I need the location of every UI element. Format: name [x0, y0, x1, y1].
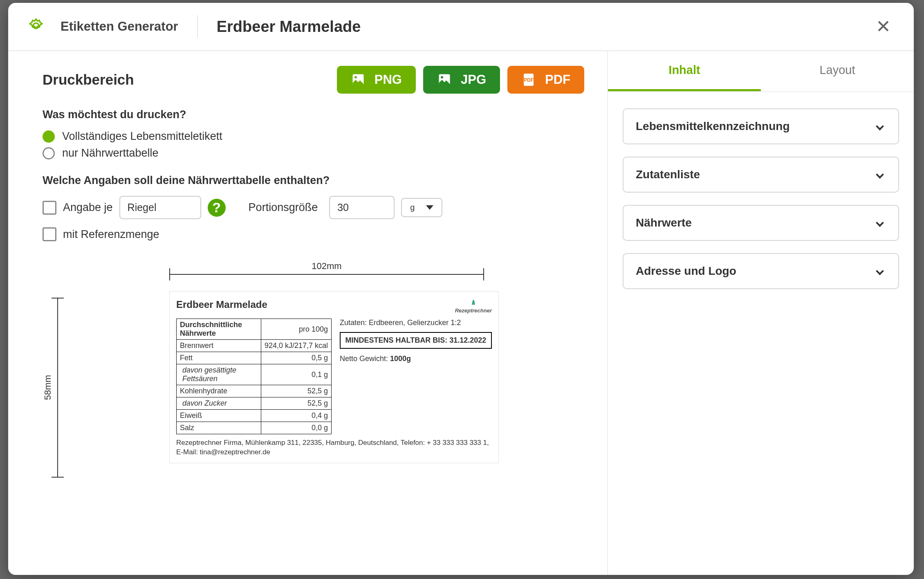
close-button[interactable]: ✕: [872, 14, 894, 39]
image-icon: [437, 72, 452, 87]
dialog-header: Etiketten Generator Erdbeer Marmelade ✕: [8, 3, 914, 51]
gear-target-icon: [28, 18, 44, 36]
accordion-item-0[interactable]: Lebensmittelkennzeichnung: [623, 108, 899, 144]
nutrition-header-right: pro 100g: [261, 319, 331, 340]
export-jpg-button[interactable]: JPG: [423, 66, 500, 94]
nutrition-value: 52,5 g: [261, 385, 331, 397]
export-png-label: PNG: [375, 72, 402, 87]
section-title: Druckbereich: [43, 72, 134, 88]
nutrition-key: davon gesättigte Fettsäuren: [177, 364, 261, 385]
question-what-to-print: Was möchtest du drucken?: [43, 108, 584, 121]
export-png-button[interactable]: PNG: [337, 66, 416, 94]
nutrition-key: Fett: [177, 352, 261, 364]
radio-dot-icon: [43, 147, 55, 159]
radio-only-table-text: nur Nährwerttabelle: [62, 147, 159, 159]
best-before-box: MINDESTENS HALTBAR BIS: 31.12.2022: [340, 332, 492, 349]
reference-label: mit Referenzmenge: [63, 228, 159, 241]
portion-size-input[interactable]: [329, 196, 395, 219]
radio-only-table[interactable]: nur Nährwerttabelle: [43, 147, 584, 159]
nutrition-row: Brennwert924,0 kJ/217,7 kcal: [177, 340, 332, 352]
label-right-block: Zutaten: Erdbeeren, Gelierzucker 1:2 MIN…: [340, 319, 492, 434]
nutrition-row: Kohlenhydrate52,5 g: [177, 385, 332, 397]
brand-title: Etiketten Generator: [61, 19, 178, 34]
radio-full-label-text: Vollständiges Lebensmitteletikett: [62, 130, 222, 143]
accordion-label: Zutatenliste: [636, 168, 700, 181]
accordion-label: Nährwerte: [636, 216, 692, 229]
label-title-row: Erdbeer Marmelade Rezeptrechner: [176, 299, 492, 314]
export-jpg-label: JPG: [461, 72, 486, 87]
chevron-down-icon: [876, 219, 884, 227]
svg-point-4: [441, 76, 443, 79]
nutrition-key: Kohlenhydrate: [177, 385, 261, 397]
reference-row: mit Referenzmenge: [43, 227, 584, 241]
tree-icon: [469, 299, 478, 306]
export-button-group: PNG JPG PDF PDF: [337, 66, 584, 94]
tab-inhalt[interactable]: Inhalt: [608, 51, 761, 91]
label-preview-card: Erdbeer Marmelade Rezeptrechner Durchsch…: [169, 291, 499, 463]
nutrition-key: Salz: [177, 422, 261, 434]
nutrition-row: davon gesättigte Fettsäuren0,1 g: [177, 364, 332, 385]
nutrition-key: davon Zucker: [177, 397, 261, 410]
svg-point-2: [354, 76, 357, 79]
pdf-icon: PDF: [521, 72, 536, 87]
help-icon[interactable]: ?: [208, 199, 226, 217]
export-pdf-button[interactable]: PDF PDF: [507, 66, 584, 94]
per-unit-input[interactable]: [119, 196, 201, 219]
nutrition-value: 0,4 g: [261, 410, 331, 422]
chevron-down-icon: [876, 267, 884, 275]
svg-text:PDF: PDF: [524, 77, 534, 83]
label-preview-area: 102mm 58mm Erdbeer Marmelade Rezeptrechn…: [43, 261, 584, 463]
vertical-divider: [197, 15, 198, 38]
per-unit-label: Angabe je: [63, 201, 113, 214]
radio-full-label[interactable]: Vollständiges Lebensmitteletikett: [43, 130, 584, 143]
image-icon: [351, 72, 366, 87]
accordion-label: Adresse und Logo: [636, 265, 736, 278]
chevron-down-icon: [876, 171, 884, 179]
section-title-row: Druckbereich PNG JPG: [43, 66, 584, 94]
nutrition-value: 0,1 g: [261, 364, 331, 385]
caret-down-icon: [426, 205, 433, 210]
per-unit-checkbox[interactable]: [43, 201, 56, 215]
portion-unit-value: g: [410, 203, 415, 212]
chevron-down-icon: [876, 122, 884, 130]
nutrition-row: davon Zucker52,5 g: [177, 397, 332, 410]
nutrition-row: Eiweiß0,4 g: [177, 410, 332, 422]
width-value: 102mm: [312, 261, 341, 271]
brand-mark: Rezeptrechner: [455, 299, 492, 314]
net-weight-value: 1000g: [390, 355, 411, 363]
net-weight-label: Netto Gewicht:: [340, 355, 390, 363]
ruler-line: [57, 298, 58, 478]
nutrition-table: Durchschnittliche Nährwerte pro 100g Bre…: [176, 319, 332, 434]
nutrition-key: Eiweiß: [177, 410, 261, 422]
accordion-label: Lebensmittelkennzeichnung: [636, 120, 790, 133]
accordion-item-3[interactable]: Adresse und Logo: [623, 253, 899, 289]
ruler-line: [169, 274, 484, 275]
right-column: Inhalt Layout LebensmittelkennzeichnungZ…: [607, 51, 914, 575]
print-scope-radio-group: Vollständiges Lebensmitteletikett nur Nä…: [43, 130, 584, 159]
question-table-contents: Welche Angaben soll deine Nährwerttabell…: [43, 174, 584, 187]
label-columns: Durchschnittliche Nährwerte pro 100g Bre…: [176, 319, 492, 434]
nutrition-header-left: Durchschnittliche Nährwerte: [177, 319, 261, 340]
portion-size-label: Portionsgröße: [249, 201, 318, 214]
radio-dot-icon: [43, 130, 55, 143]
nutrition-value: 52,5 g: [261, 397, 331, 410]
ingredients-text: Zutaten: Erdbeeren, Gelierzucker 1:2: [340, 319, 492, 327]
net-weight: Netto Gewicht: 1000g: [340, 355, 492, 363]
reference-checkbox[interactable]: [43, 227, 56, 241]
nutrition-value: 0,5 g: [261, 352, 331, 364]
nutrition-row: Salz0,0 g: [177, 422, 332, 434]
portion-unit-select[interactable]: g: [401, 198, 442, 217]
height-value: 58mm: [43, 375, 53, 400]
nutrition-row: Fett0,5 g: [177, 352, 332, 364]
export-pdf-label: PDF: [545, 72, 570, 87]
close-icon: ✕: [876, 16, 891, 36]
dialog-body: Druckbereich PNG JPG: [8, 51, 914, 575]
nutrition-value: 0,0 g: [261, 422, 331, 434]
recipe-title: Erdbeer Marmelade: [217, 18, 361, 36]
left-column: Druckbereich PNG JPG: [8, 51, 607, 575]
tab-layout[interactable]: Layout: [761, 51, 914, 91]
address-line: Rezeptrechner Firma, Mühlenkamp 311, 223…: [176, 438, 492, 457]
accordion-item-1[interactable]: Zutatenliste: [623, 157, 899, 193]
accordion-item-2[interactable]: Nährwerte: [623, 205, 899, 241]
label-product-title: Erdbeer Marmelade: [176, 299, 267, 310]
